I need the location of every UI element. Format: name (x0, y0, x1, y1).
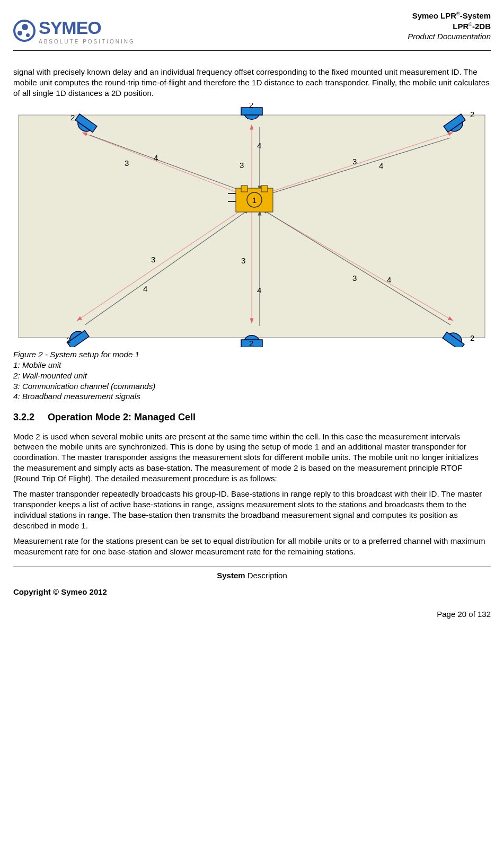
body-para3: The master transponder repeatedly broadc… (13, 489, 491, 531)
body-para2: Mode 2 is used when several mobile units… (13, 431, 491, 484)
svg-text:3: 3 (241, 256, 245, 265)
svg-text:3: 3 (125, 158, 129, 167)
doc-meta: Symeo LPR®-System LPR®-2DB Product Docum… (408, 11, 491, 42)
fig-caption-title: Figure 2 - System setup for mode 1 (13, 349, 491, 360)
footer-center-bold: System (217, 571, 245, 580)
logo-icon (13, 20, 36, 42)
svg-rect-15 (261, 186, 268, 192)
meta-line1a: Symeo LPR (412, 11, 456, 20)
fig-caption-2: 2: Wall-mounted unit (13, 370, 491, 381)
meta-line2b: -2DB (472, 22, 491, 31)
fig-caption-4: 4: Broadband measurement signals (13, 391, 491, 402)
svg-text:3: 3 (240, 161, 244, 170)
svg-text:4: 4 (154, 153, 158, 162)
svg-text:4: 4 (257, 141, 261, 150)
svg-text:3: 3 (352, 273, 357, 283)
section-heading: 3.2.2 Operation Mode 2: Managed Cell (13, 411, 491, 424)
svg-rect-14 (241, 186, 247, 192)
logo-name: SYMEO (39, 16, 135, 39)
figure-2: 1 2 2 2 2 (13, 103, 491, 347)
svg-text:2: 2 (70, 113, 75, 122)
svg-text:2: 2 (470, 333, 474, 342)
svg-text:4: 4 (257, 286, 261, 295)
section-number: 3.2.2 (13, 411, 45, 424)
svg-text:3: 3 (151, 255, 155, 264)
meta-line3: Product Documentation (408, 31, 491, 42)
footer-copyright: Copyright © Symeo 2012 (13, 587, 491, 597)
fig-caption-3: 3: Communication channel (commands) (13, 381, 491, 392)
svg-text:4: 4 (143, 284, 147, 293)
header-rule (13, 50, 491, 51)
body-para4: Measurement rate for the stations presen… (13, 536, 491, 557)
footer-rule (13, 567, 491, 567)
svg-text:2: 2 (66, 336, 70, 345)
svg-text:4: 4 (379, 161, 383, 170)
section-title: Operation Mode 2: Managed Cell (48, 412, 196, 422)
figure-caption: Figure 2 - System setup for mode 1 1: Mo… (13, 349, 491, 402)
logo-tagline: ABSOLUTE POSITIONING (39, 38, 135, 45)
body-para1: signal with precisely known delay and an… (13, 67, 491, 98)
meta-line1b: -System (460, 11, 491, 20)
footer-page: Page 20 of 132 (13, 609, 491, 620)
logo: SYMEO ABSOLUTE POSITIONING (13, 11, 135, 45)
svg-text:4: 4 (387, 275, 391, 284)
figure-svg: 1 2 2 2 2 (13, 103, 490, 347)
svg-text:3: 3 (352, 157, 357, 166)
fig-caption-1: 1: Mobile unit (13, 360, 491, 370)
footer-center-rest: Description (245, 571, 287, 580)
page-header: SYMEO ABSOLUTE POSITIONING Symeo LPR®-Sy… (13, 11, 491, 48)
svg-text:2: 2 (249, 339, 253, 347)
footer-center: System Description (13, 570, 491, 581)
svg-text:2: 2 (470, 110, 474, 119)
svg-text:1: 1 (252, 196, 257, 205)
svg-text:2: 2 (249, 103, 253, 109)
meta-line2a: LPR (453, 22, 468, 31)
